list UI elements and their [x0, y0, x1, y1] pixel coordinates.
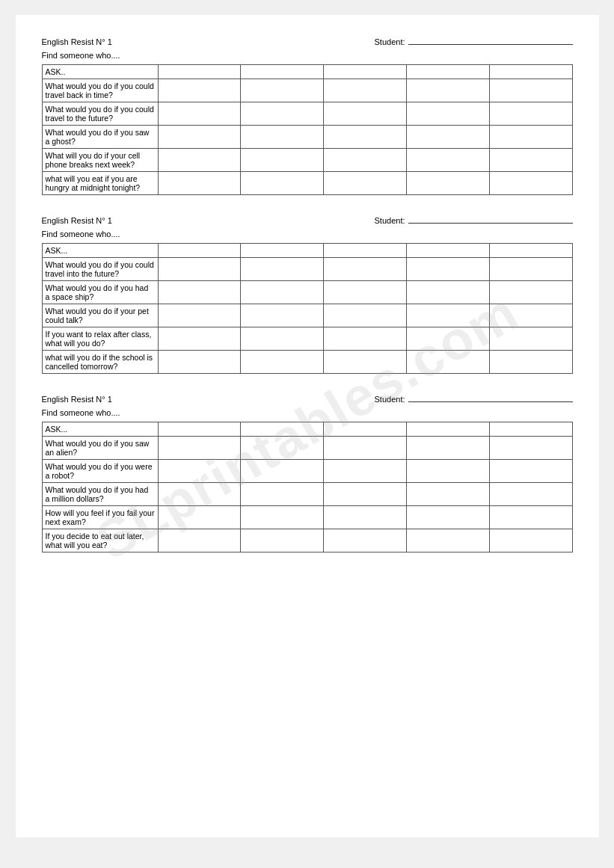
table-row: If you want to relax after class, what w…	[42, 327, 572, 351]
table-2-row3-a1	[158, 327, 241, 351]
table-2-row1-a5	[489, 281, 572, 304]
table-3-row4-a4	[406, 529, 489, 552]
section-3-header: English Resist N° 1 Student:	[42, 395, 573, 404]
table-3-header-col3	[324, 422, 407, 437]
table-1-row2-a5	[489, 126, 572, 149]
table-1-row0-a3	[324, 79, 407, 102]
section-3-student: Student:	[375, 395, 573, 404]
table-3-header-col0: ASK...	[42, 422, 158, 437]
table-3-row2-a4	[406, 483, 489, 506]
section-2-student: Student:	[375, 216, 573, 225]
section-1-student: Student:	[375, 37, 573, 46]
table-3-row0-q: What would you do if you saw an alien?	[42, 437, 158, 460]
table-2-header-col1	[158, 244, 241, 258]
table-2-row1-a4	[406, 281, 489, 304]
table-3-row1-a1	[158, 460, 241, 483]
table-1-row0-a5	[489, 79, 572, 102]
section-2-header: English Resist N° 1 Student:	[42, 216, 573, 225]
table-1-header-col5	[489, 65, 572, 79]
table-1-row3-a4	[406, 149, 489, 172]
page: SLprintables.com English Resist N° 1 Stu…	[16, 15, 599, 837]
table-2-row0-a5	[489, 258, 572, 281]
table-1: ASK.. What would you do if you could tra…	[42, 64, 573, 195]
table-2-row3-q: If you want to relax after class, what w…	[42, 327, 158, 351]
table-1-row3-a5	[489, 149, 572, 172]
table-3-row2-a1	[158, 483, 241, 506]
section-1-title: English Resist N° 1	[42, 37, 112, 46]
table-2-row3-a4	[406, 327, 489, 351]
table-row: How will you feel if you fail your next …	[42, 506, 572, 529]
table-2-row2-q: What would you do if your pet could talk…	[42, 304, 158, 327]
table-2-row1-a1	[158, 281, 241, 304]
table-1-header-row: ASK..	[42, 65, 572, 79]
table-1-row1-a1	[158, 102, 241, 126]
table-3-header-row: ASK...	[42, 422, 572, 437]
table-2-row0-a3	[324, 258, 407, 281]
table-2-row2-a1	[158, 304, 241, 327]
table-1-row1-a3	[324, 102, 407, 126]
table-3-row2-q: What would you do if you had a million d…	[42, 483, 158, 506]
table-3-row0-a1	[158, 437, 241, 460]
table-2-row0-a4	[406, 258, 489, 281]
section-2-title: English Resist N° 1	[42, 216, 112, 225]
table-2-row2-a5	[489, 304, 572, 327]
section-2: English Resist N° 1 Student: Find someon…	[42, 216, 573, 374]
table-1-row2-a1	[158, 126, 241, 149]
table-1-row4-a5	[489, 172, 572, 195]
table-3: ASK... What would you do if you saw an a…	[42, 422, 573, 552]
table-1-row3-a3	[324, 149, 407, 172]
table-3-row1-a2	[241, 460, 324, 483]
table-3-row4-q: If you decide to eat out later, what wil…	[42, 529, 158, 552]
table-3-row3-a2	[241, 506, 324, 529]
table-3-row1-a5	[489, 460, 572, 483]
table-1-row1-q: What would you do if you could travel to…	[42, 102, 158, 126]
table-row: what will you do if the school is cancel…	[42, 351, 572, 374]
table-3-row3-a5	[489, 506, 572, 529]
table-2-row4-a4	[406, 351, 489, 374]
table-2-row0-a2	[241, 258, 324, 281]
student-label-1: Student:	[375, 37, 405, 46]
table-1-row1-a2	[241, 102, 324, 126]
table-2-row3-a5	[489, 327, 572, 351]
table-1-row1-a4	[406, 102, 489, 126]
student-underline-1	[408, 44, 573, 45]
table-2-header-row: ASK...	[42, 244, 572, 258]
table-3-header-col2	[241, 422, 324, 437]
table-1-header-col2	[241, 65, 324, 79]
table-2-header-col2	[241, 244, 324, 258]
table-row: What would you do if you had a space shi…	[42, 281, 572, 304]
table-2-row4-a2	[241, 351, 324, 374]
table-1-row3-a2	[241, 149, 324, 172]
table-3-row2-a5	[489, 483, 572, 506]
table-2-row3-a3	[324, 327, 407, 351]
table-3-row4-a1	[158, 529, 241, 552]
table-3-header-col4	[406, 422, 489, 437]
table-1-row3-q: What will you do if your cell phone brea…	[42, 149, 158, 172]
table-1-row4-a1	[158, 172, 241, 195]
table-3-row2-a2	[241, 483, 324, 506]
table-1-header-col0: ASK..	[42, 65, 158, 79]
table-2-row2-a4	[406, 304, 489, 327]
table-3-row4-a5	[489, 529, 572, 552]
section-3-title: English Resist N° 1	[42, 395, 112, 404]
table-2-row4-q: what will you do if the school is cancel…	[42, 351, 158, 374]
table-row: What would you do if you could travel ba…	[42, 79, 572, 102]
table-row: What would you do if you had a million d…	[42, 483, 572, 506]
table-1-header-col4	[406, 65, 489, 79]
table-1-row4-q: what will you eat if you are hungry at m…	[42, 172, 158, 195]
table-2-row4-a1	[158, 351, 241, 374]
table-row: What would you do if you saw an alien?	[42, 437, 572, 460]
table-3-row3-a3	[324, 506, 407, 529]
section-3: English Resist N° 1 Student: Find someon…	[42, 395, 573, 552]
table-1-row2-a2	[241, 126, 324, 149]
table-3-row2-a3	[324, 483, 407, 506]
table-3-row0-a2	[241, 437, 324, 460]
table-1-row3-a1	[158, 149, 241, 172]
table-row: What would you do if you saw a ghost?	[42, 126, 572, 149]
table-row: What would you do if you could travel in…	[42, 258, 572, 281]
section-1: English Resist N° 1 Student: Find someon…	[42, 37, 573, 195]
table-2-row1-a2	[241, 281, 324, 304]
section-1-header: English Resist N° 1 Student:	[42, 37, 573, 46]
table-2-row2-a2	[241, 304, 324, 327]
table-3-row4-a2	[241, 529, 324, 552]
